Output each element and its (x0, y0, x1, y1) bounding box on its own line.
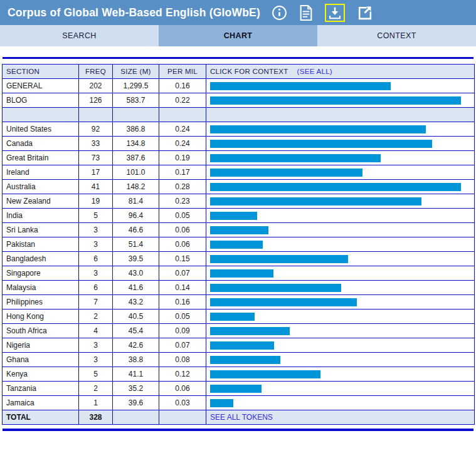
freq-cell: 202 (79, 79, 113, 93)
top-divider (3, 57, 473, 59)
per-mil-cell: 0.06 (159, 382, 206, 396)
app-header: Corpus of Global Web-Based English (GloW… (0, 0, 476, 25)
frequency-bar[interactable] (210, 327, 290, 335)
frequency-bar[interactable] (210, 385, 262, 393)
freq-cell: 7 (79, 295, 113, 310)
frequency-bar[interactable] (210, 298, 357, 306)
external-link-icon[interactable] (357, 5, 373, 21)
table-row: Jamaica139.60.03 (3, 396, 475, 410)
freq-cell: 4 (79, 324, 113, 338)
size-cell: 134.8 (113, 137, 159, 151)
table-row: Kenya541.10.12 (3, 367, 475, 382)
size-cell: 41.6 (113, 281, 159, 295)
frequency-bar[interactable] (210, 82, 391, 90)
freq-cell: 73 (79, 151, 113, 165)
context-bar-cell (206, 266, 475, 281)
download-icon[interactable] (325, 4, 345, 22)
section-name-cell: Canada (3, 137, 79, 151)
per-mil-cell: 0.24 (159, 137, 206, 151)
size-cell: 51.4 (113, 237, 159, 252)
tab-chart[interactable]: CHART (159, 25, 317, 46)
table-row: Great Britain73387.60.19 (3, 151, 475, 165)
freq-cell: 5 (79, 367, 113, 382)
frequency-bar[interactable] (210, 399, 233, 407)
document-icon[interactable] (299, 5, 313, 21)
per-mil-cell: 0.19 (159, 151, 206, 165)
per-mil-cell: 0.09 (159, 324, 206, 338)
table-row: Canada33134.80.24 (3, 137, 475, 151)
see-all-tokens-link[interactable]: SEE ALL TOKENS (210, 413, 273, 422)
table-row: India596.40.05 (3, 209, 475, 223)
size-cell: 46.6 (113, 223, 159, 237)
size-cell: 1,299.5 (113, 79, 159, 93)
section-name-cell: Hong Kong (3, 310, 79, 324)
header-row: SECTION FREQ SIZE (M) PER MIL CLICK FOR … (3, 65, 475, 79)
section-name-cell: Pakistan (3, 237, 79, 252)
frequency-bar[interactable] (210, 356, 280, 364)
info-icon[interactable] (272, 5, 287, 21)
frequency-bar[interactable] (210, 96, 461, 105)
freq-cell: 6 (79, 252, 113, 266)
table-row: United States92386.80.24 (3, 122, 475, 137)
freq-cell: 2 (79, 310, 113, 324)
freq-cell: 126 (79, 93, 113, 108)
frequency-bar[interactable] (210, 255, 348, 263)
context-bar-cell (206, 281, 475, 295)
context-bar-cell (206, 338, 475, 353)
separator-cell (3, 108, 79, 122)
table-row: Singapore343.00.07 (3, 266, 475, 281)
table-row: Ghana338.80.08 (3, 353, 475, 367)
separator-cell (159, 108, 206, 122)
context-bar-cell (206, 237, 475, 252)
table-header: SECTION FREQ SIZE (M) PER MIL CLICK FOR … (3, 65, 475, 79)
total-freq-cell: 328 (79, 410, 113, 425)
frequency-bar[interactable] (210, 269, 273, 278)
frequency-bar[interactable] (210, 140, 432, 148)
frequency-bar[interactable] (210, 197, 421, 205)
frequency-bar[interactable] (210, 241, 263, 249)
size-cell: 45.4 (113, 324, 159, 338)
table-row: Bangladesh639.50.15 (3, 252, 475, 266)
frequency-bar[interactable] (210, 212, 257, 220)
frequency-bar[interactable] (210, 370, 320, 378)
separator-cell (79, 108, 113, 122)
context-bar-cell (206, 223, 475, 237)
tab-context[interactable]: CONTEXT (317, 25, 476, 46)
context-bar-cell (206, 324, 475, 338)
see-all-link[interactable]: (SEE ALL) (297, 68, 332, 75)
context-bar-cell (206, 252, 475, 266)
section-name-cell: Bangladesh (3, 252, 79, 266)
per-mil-cell: 0.06 (159, 237, 206, 252)
frequency-bar[interactable] (210, 313, 255, 321)
section-name-cell: New Zealand (3, 194, 79, 209)
freq-cell: 19 (79, 194, 113, 209)
frequency-bar[interactable] (210, 341, 274, 350)
tab-search[interactable]: SEARCH (0, 25, 159, 46)
section-name-cell: Nigeria (3, 338, 79, 353)
size-cell: 42.6 (113, 338, 159, 353)
per-mil-cell: 0.23 (159, 194, 206, 209)
context-bar-cell (206, 382, 475, 396)
table-row: Tanzania235.20.06 (3, 382, 475, 396)
section-name-cell: United States (3, 122, 79, 137)
table-body: GENERAL2021,299.50.16BLOG126583.70.22Uni… (3, 79, 475, 425)
freq-cell: 3 (79, 223, 113, 237)
frequency-bar[interactable] (210, 169, 362, 177)
table-row: Pakistan351.40.06 (3, 237, 475, 252)
size-cell: 39.5 (113, 252, 159, 266)
table-row: South Africa445.40.09 (3, 324, 475, 338)
size-cell: 35.2 (113, 382, 159, 396)
frequency-bar[interactable] (210, 226, 268, 234)
total-per-mil-cell (159, 410, 206, 425)
frequency-bar[interactable] (210, 154, 381, 162)
freq-cell: 3 (79, 353, 113, 367)
table-row: Philippines743.20.16 (3, 295, 475, 310)
section-name-cell: BLOG (3, 93, 79, 108)
glowbe-app: Corpus of Global Web-Based English (GloW… (0, 0, 476, 463)
frequency-bar[interactable] (210, 183, 461, 191)
context-bar-cell (206, 165, 475, 180)
frequency-bar[interactable] (210, 125, 426, 133)
frequency-bar[interactable] (210, 284, 341, 292)
total-row: TOTAL328SEE ALL TOKENS (3, 410, 475, 425)
section-name-cell: India (3, 209, 79, 223)
